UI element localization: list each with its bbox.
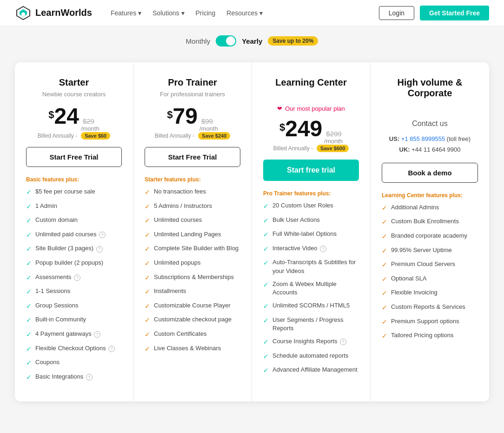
price-row-starter: $24 $29 /month	[26, 105, 122, 132]
save-badge-pro-trainer: Save $240	[198, 132, 230, 140]
plan-price-period-starter: /month	[81, 125, 99, 132]
pricing-section: StarterNewbie course creators $24 $29 /m…	[0, 51, 504, 424]
feature-text-pro-trainer-7: Installments	[154, 287, 186, 295]
price-row-pro-trainer: $79 $99 /month	[145, 105, 240, 132]
check-icon-pro-trainer-5: ✓	[145, 259, 150, 268]
price-row-learning-center: $249 $299 /month	[263, 118, 359, 145]
feature-item-pro-trainer-9: ✓ Customizable checkout page	[145, 315, 240, 325]
help-icon[interactable]: ?	[96, 246, 103, 253]
feature-item-learning-center-3: ✓ Interactive Video ?	[263, 244, 359, 254]
feature-text-starter-9: Built-in Community	[35, 315, 86, 324]
monthly-label: Monthly	[186, 37, 211, 45]
feature-text-corporate-7: Custom Reports & Services	[391, 303, 465, 311]
check-icon-corporate-7: ✓	[382, 303, 387, 313]
check-icon-starter-10: ✓	[26, 330, 32, 340]
check-icon-learning-center-7: ✓	[263, 316, 269, 326]
feature-text-corporate-4: Premium Cloud Servers	[391, 260, 455, 268]
check-icon-corporate-8: ✓	[382, 318, 387, 327]
plan-name-pro-trainer: Pro Trainer	[145, 77, 240, 88]
plan-price-starter: $24	[48, 105, 79, 127]
navbar: LearnWorlds Features ▾ Solutions ▾ Prici…	[0, 0, 504, 26]
feature-text-corporate-0: Additional Admins	[391, 203, 439, 212]
feature-text-starter-5: Popup builder (2 popups)	[35, 259, 103, 267]
plan-card-starter: StarterNewbie course creators $24 $29 /m…	[15, 62, 133, 401]
feature-text-starter-10: 4 Payment gateways ?	[35, 330, 100, 338]
check-icon-pro-trainer-8: ✓	[145, 302, 150, 311]
check-icon-starter-1: ✓	[26, 202, 32, 212]
check-icon-starter-6: ✓	[26, 273, 32, 283]
demo-button-corporate[interactable]: Book a demo	[382, 163, 478, 183]
feature-item-starter-3: ✓ Unlimited paid courses ?	[26, 230, 122, 240]
get-started-button[interactable]: Get Started Free	[420, 6, 489, 20]
nav-features[interactable]: Features ▾	[111, 9, 141, 17]
billed-row-starter: Billed Annually - Save $60	[26, 132, 122, 140]
feature-item-corporate-1: ✓ Custom Bulk Enrollments	[382, 217, 478, 227]
yearly-label: Yearly	[242, 37, 262, 45]
plan-contact-corporate: Contact us	[382, 120, 478, 128]
feature-item-learning-center-9: ✓ Schedule automated reports	[263, 352, 359, 361]
feature-text-learning-center-4: Auto-Transcripts & Subtitles for your Vi…	[272, 258, 359, 275]
login-button[interactable]: Login	[379, 6, 414, 20]
features-label-learning-center: Pro Trainer features plus:	[263, 190, 359, 197]
feature-text-learning-center-2: Full White-label Options	[272, 230, 337, 238]
feature-text-pro-trainer-10: Custom Certificates	[154, 330, 206, 338]
nav-actions: Login Get Started Free	[379, 6, 489, 20]
feature-item-starter-4: ✓ Site Builder (3 pages) ?	[26, 244, 122, 254]
feature-item-learning-center-8: ✓ Course Insights Reports ?	[263, 337, 359, 347]
billing-toggle[interactable]	[216, 35, 236, 47]
plan-price-learning-center: $249	[279, 118, 322, 140]
check-icon-starter-13: ✓	[26, 373, 32, 382]
feature-item-pro-trainer-2: ✓ Unlimited courses	[145, 216, 240, 226]
feature-text-pro-trainer-1: 5 Admins / Instructors	[154, 202, 212, 210]
feature-text-starter-1: 1 Admin	[35, 202, 57, 210]
feature-item-corporate-6: ✓ Flexible Invoicing	[382, 288, 478, 298]
check-icon-starter-3: ✓	[26, 231, 32, 240]
feature-item-pro-trainer-7: ✓ Installments	[145, 287, 240, 297]
plan-name-starter: Starter	[26, 77, 122, 88]
nav-resources[interactable]: Resources ▾	[226, 9, 263, 17]
plan-price-period-learning-center: /month	[324, 138, 343, 145]
help-icon[interactable]: ?	[74, 274, 80, 281]
heart-icon: ❤	[277, 105, 282, 112]
save-badge-starter: Save $60	[81, 132, 110, 140]
check-icon-starter-4: ✓	[26, 245, 32, 254]
feature-item-learning-center-0: ✓ 20 Custom User Roles	[263, 201, 359, 211]
feature-item-pro-trainer-11: ✓ Live Classes & Webinars	[145, 344, 240, 354]
feature-text-pro-trainer-6: Subscriptions & Memberships	[154, 273, 234, 281]
check-icon-pro-trainer-7: ✓	[145, 287, 150, 297]
logo[interactable]: LearnWorlds	[15, 5, 92, 21]
feature-text-pro-trainer-0: No transaction fees	[154, 187, 206, 196]
save-badge-learning-center: Save $600	[317, 145, 349, 152]
check-icon-starter-11: ✓	[26, 345, 32, 354]
cta-button-starter[interactable]: Start Free Trial	[26, 147, 122, 167]
feature-item-pro-trainer-6: ✓ Subscriptions & Memberships	[145, 273, 240, 283]
nav-solutions[interactable]: Solutions ▾	[153, 9, 184, 17]
save-badge: Save up to 20%	[268, 36, 318, 46]
check-icon-corporate-0: ✓	[382, 204, 387, 213]
help-icon[interactable]: ?	[86, 374, 93, 380]
feature-item-pro-trainer-5: ✓ Unlimited popups	[145, 259, 240, 268]
help-icon[interactable]: ?	[99, 232, 106, 238]
feature-text-corporate-8: Premium Support options	[391, 317, 459, 326]
feature-item-learning-center-6: ✓ Unlimited SCORMs / HTML5	[263, 301, 359, 311]
check-icon-corporate-9: ✓	[382, 332, 387, 341]
help-icon[interactable]: ?	[320, 246, 326, 252]
feature-item-pro-trainer-0: ✓ No transaction fees	[145, 187, 240, 197]
features-label-starter: Basic features plus:	[26, 176, 122, 183]
check-icon-corporate-3: ✓	[382, 246, 387, 256]
feature-item-pro-trainer-3: ✓ Unlimited Landing Pages	[145, 230, 240, 240]
check-icon-corporate-5: ✓	[382, 275, 387, 284]
help-icon[interactable]: ?	[108, 346, 115, 352]
cta-button-learning-center[interactable]: Start free trial	[263, 160, 359, 181]
check-icon-starter-12: ✓	[26, 359, 32, 368]
pricing-grid: StarterNewbie course creators $24 $29 /m…	[15, 62, 489, 401]
check-icon-learning-center-6: ✓	[263, 302, 269, 311]
phone-us-link[interactable]: +1 855 8999555	[401, 135, 445, 142]
plan-desc-learning-center	[263, 91, 359, 98]
feature-item-corporate-3: ✓ 99.95% Server Uptime	[382, 246, 478, 256]
nav-pricing[interactable]: Pricing	[196, 9, 216, 17]
cta-button-pro-trainer[interactable]: Start Free Trial	[145, 147, 240, 167]
help-icon[interactable]: ?	[340, 339, 346, 345]
feature-item-corporate-2: ✓ Branded corporate academy	[382, 232, 478, 241]
help-icon[interactable]: ?	[94, 331, 100, 338]
